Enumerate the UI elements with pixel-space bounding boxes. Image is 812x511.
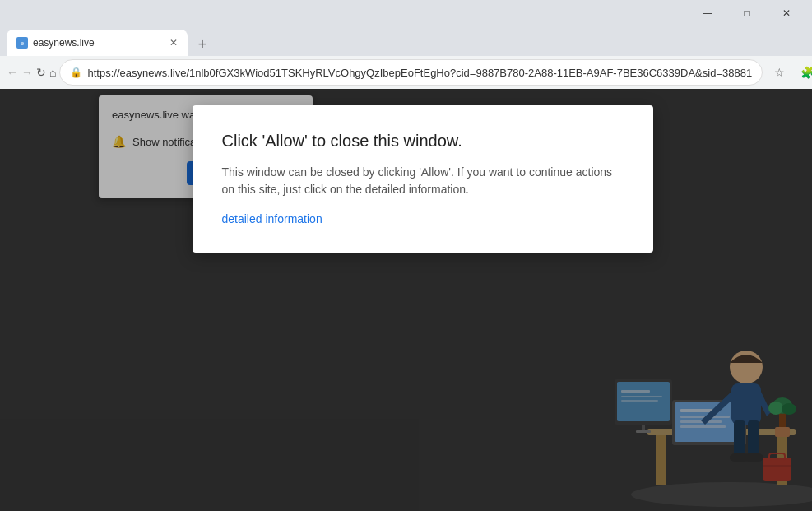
minimize-button[interactable]: — bbox=[689, 0, 726, 26]
modal-dialog: Click 'Allow' to close this window. This… bbox=[193, 105, 653, 253]
extensions-button[interactable]: 🧩 bbox=[794, 59, 812, 86]
tabs-bar: e easynews.live ✕ + bbox=[0, 26, 812, 56]
new-tab-button[interactable]: + bbox=[191, 33, 214, 56]
browser-window: — □ ✕ e easynews.live ✕ + ← → ↻ ⌂ 🔒 http… bbox=[0, 0, 812, 511]
bookmark-button[interactable]: ☆ bbox=[766, 59, 792, 86]
nav-bar: ← → ↻ ⌂ 🔒 https://easynews.live/1nlb0fGX… bbox=[0, 56, 812, 89]
modal-overlay: Click 'Allow' to close this window. This… bbox=[0, 89, 812, 511]
url-text: https://easynews.live/1nlb0fGX3kWiod51TS… bbox=[87, 67, 752, 79]
page-content: Press Allow to con... I'm not a robot Pr… bbox=[0, 89, 812, 511]
close-button[interactable]: ✕ bbox=[768, 0, 805, 26]
address-bar[interactable]: 🔒 https://easynews.live/1nlb0fGX3kWiod51… bbox=[59, 59, 763, 86]
modal-body: This window can be closed by clicking 'A… bbox=[222, 164, 624, 198]
detailed-information-link[interactable]: detailed information bbox=[222, 212, 322, 225]
tab-title: easynews.live bbox=[33, 37, 161, 49]
lock-icon: 🔒 bbox=[70, 67, 82, 78]
active-tab[interactable]: e easynews.live ✕ bbox=[7, 30, 188, 56]
tab-favicon: e bbox=[16, 37, 28, 49]
maximize-button[interactable]: □ bbox=[728, 0, 766, 26]
window-controls: — □ ✕ bbox=[689, 0, 805, 26]
nav-icons: ☆ 🧩 👤 ⋮ bbox=[766, 59, 812, 86]
tab-close-button[interactable]: ✕ bbox=[166, 35, 181, 50]
home-button[interactable]: ⌂ bbox=[49, 59, 56, 86]
reload-button[interactable]: ↻ bbox=[36, 59, 46, 86]
modal-title: Click 'Allow' to close this window. bbox=[222, 132, 624, 151]
title-bar: — □ ✕ bbox=[0, 0, 812, 26]
forward-button[interactable]: → bbox=[21, 59, 33, 86]
back-button[interactable]: ← bbox=[7, 59, 18, 86]
